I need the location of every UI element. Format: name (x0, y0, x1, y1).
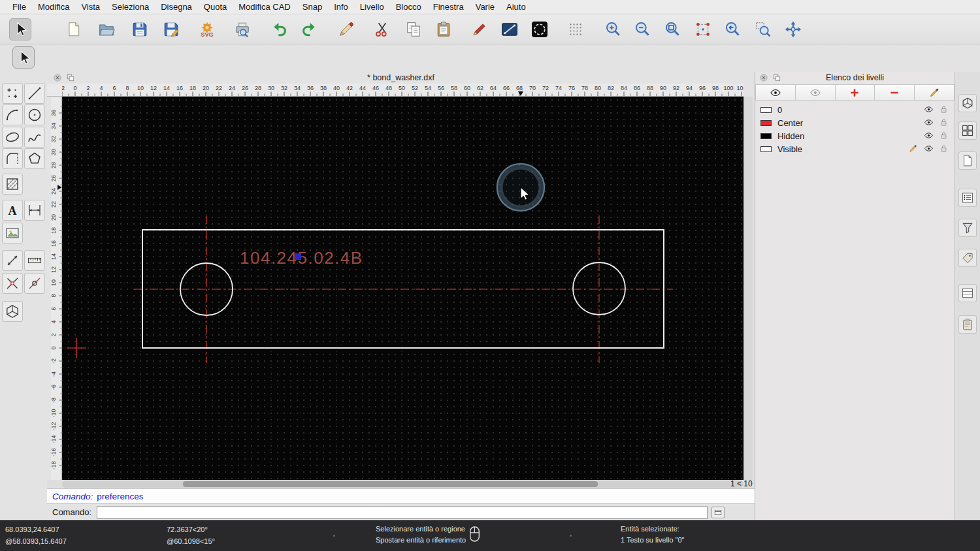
line-tool-button[interactable] (24, 83, 45, 104)
select-tool-button[interactable] (9, 18, 31, 40)
layer-visibility-eye-icon[interactable] (924, 118, 934, 127)
command-input[interactable] (97, 506, 708, 519)
copy-button[interactable] (402, 18, 425, 40)
delete-entities-button[interactable] (335, 18, 357, 40)
layer-lock-icon[interactable] (939, 104, 949, 114)
save-button[interactable] (129, 18, 151, 40)
menu-modifica-cad[interactable]: Modifica CAD (233, 2, 296, 12)
horizontal-scrollbar-track[interactable] (62, 480, 743, 488)
add-layer-button[interactable] (836, 84, 875, 101)
vertical-scrollbar[interactable] (743, 97, 753, 480)
layer-lock-icon[interactable] (939, 131, 949, 140)
dock-document-button[interactable] (958, 151, 977, 170)
dock-clipboard-button[interactable] (958, 315, 977, 334)
svg-text:16: 16 (51, 240, 57, 247)
polygon-tool-button[interactable] (24, 148, 45, 169)
menu-varie[interactable]: Varie (470, 2, 500, 12)
svg-text:42: 42 (346, 85, 353, 91)
menu-disegna[interactable]: Disegna (155, 2, 198, 12)
horizontal-scrollbar-thumb[interactable] (183, 481, 598, 487)
svg-text:10: 10 (137, 85, 144, 91)
circle-attributes-button[interactable] (529, 18, 551, 40)
menu-seleziona[interactable]: Seleziona (106, 2, 155, 12)
arc-tool-button[interactable] (2, 104, 23, 125)
layer-color-swatch[interactable] (760, 133, 772, 139)
menu-vista[interactable]: Vista (75, 2, 106, 12)
points-tool-button[interactable] (2, 83, 23, 104)
layer-row-center[interactable]: Center (755, 116, 955, 129)
zoom-previous-button[interactable] (722, 18, 744, 40)
menu-bar: FileModificaVistaSelezionaDisegnaQuotaMo… (0, 0, 980, 14)
layer-color-swatch[interactable] (760, 146, 772, 152)
menu-livello[interactable]: Livello (354, 2, 390, 12)
dock-layer-list-button[interactable] (958, 284, 977, 302)
zoom-auto-button[interactable] (662, 18, 684, 40)
dock-selection-filter-button[interactable] (958, 219, 977, 237)
new-document-button[interactable] (63, 18, 85, 40)
save-as-button[interactable] (160, 18, 182, 40)
ellipse-tool-button[interactable] (2, 127, 23, 148)
layer-row-0[interactable]: 0 (755, 103, 955, 116)
remove-layer-button[interactable] (875, 84, 915, 101)
paste-button[interactable] (433, 18, 455, 40)
snap-tool-button[interactable] (24, 273, 45, 294)
menu-quota[interactable]: Quota (198, 2, 233, 12)
menu-info[interactable]: Info (328, 2, 354, 12)
cut-button[interactable] (371, 18, 393, 40)
zoom-in-button[interactable] (602, 18, 625, 40)
circle-tool-button[interactable] (24, 104, 45, 125)
zoom-redraw-button[interactable] (692, 18, 714, 40)
layer-lock-icon[interactable] (939, 144, 949, 153)
grid-toggle-button[interactable] (564, 18, 587, 40)
layer-visibility-eye-icon[interactable] (924, 131, 934, 140)
block-3d-tool-button[interactable] (2, 301, 23, 322)
edit-layer-button[interactable] (915, 84, 955, 101)
show-all-layers-button[interactable] (755, 84, 796, 101)
layer-visibility-eye-icon[interactable] (924, 144, 934, 153)
print-preview-button[interactable] (231, 18, 253, 40)
hatch-tool-button[interactable] (2, 174, 23, 195)
menu-file[interactable]: File (7, 2, 32, 12)
dock-library-browser-button[interactable] (958, 121, 977, 140)
spline-tool-button[interactable] (24, 127, 45, 148)
redo-button[interactable] (298, 18, 320, 40)
layer-visibility-eye-icon[interactable] (924, 104, 934, 114)
open-file-button[interactable] (95, 18, 118, 40)
export-svg-button[interactable]: SVG (196, 18, 218, 40)
layer-lock-icon[interactable] (939, 118, 949, 127)
line-attributes-button[interactable] (498, 18, 521, 40)
command-options-button[interactable] (711, 507, 725, 518)
menu-snap[interactable]: Snap (297, 2, 328, 12)
zoom-out-button[interactable] (632, 18, 654, 40)
menu-aiuto[interactable]: Aiuto (500, 2, 532, 12)
menu-modifica[interactable]: Modifica (32, 2, 75, 12)
current-action-select-button[interactable] (12, 46, 35, 69)
dock-block-insert-button[interactable] (958, 94, 977, 112)
polyline-tool-button[interactable] (2, 148, 23, 169)
dock-entity-list-button[interactable] (958, 189, 977, 207)
selection-handle[interactable] (295, 253, 301, 260)
svg-text:82: 82 (608, 85, 614, 91)
image-tool-button[interactable] (2, 223, 23, 244)
layer-color-swatch[interactable] (760, 120, 772, 126)
text-tool-button[interactable]: A (2, 200, 23, 221)
pen-attributes-button[interactable] (468, 18, 491, 40)
zoom-pan-button[interactable] (782, 18, 804, 40)
dimension-diagonal-tool-button[interactable] (2, 250, 23, 271)
layer-row-hidden[interactable]: Hidden (755, 129, 955, 142)
right-button-hint: Spostare entità o riferimento (376, 536, 466, 544)
dimension-tool-button[interactable] (24, 200, 45, 221)
menu-finestra[interactable]: Finestra (427, 2, 470, 12)
explode-tool-button[interactable] (2, 273, 23, 294)
measure-tool-button[interactable] (24, 250, 45, 271)
undo-button[interactable] (269, 18, 291, 40)
layer-color-swatch[interactable] (760, 107, 772, 113)
layer-row-visible[interactable]: Visible (755, 142, 955, 155)
menu-blocco[interactable]: Blocco (390, 2, 427, 12)
dock-pen-palette-button[interactable] (958, 249, 977, 267)
drawing-canvas[interactable]: 104.245.02.4B (62, 97, 743, 480)
hide-all-layers-button[interactable] (796, 84, 836, 101)
svg-text:28: 28 (51, 162, 57, 168)
part-number-text[interactable]: 104.245.02.4B (240, 248, 363, 268)
zoom-window-button[interactable] (752, 18, 774, 40)
